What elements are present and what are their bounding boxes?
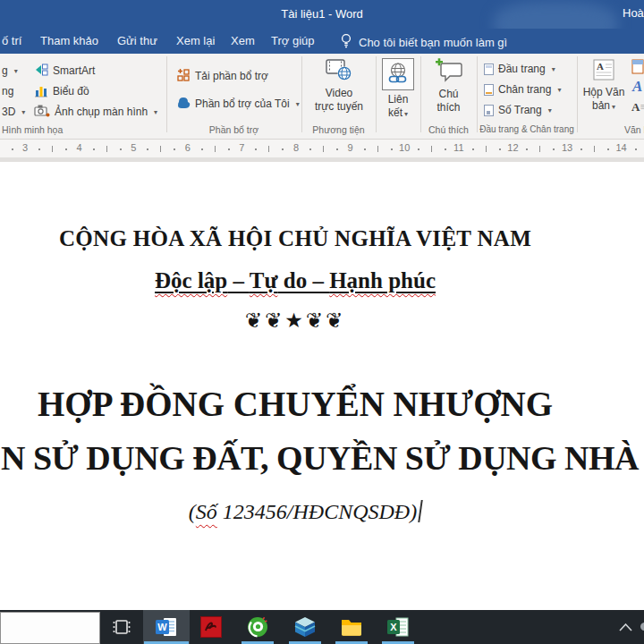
header-button[interactable]: Đầu trang▾ bbox=[484, 61, 555, 77]
title-bar: Tài liệu1 - Word Hoà bbox=[0, 0, 644, 29]
ruler-mark bbox=[120, 148, 122, 150]
account-name[interactable]: Hoà bbox=[623, 6, 644, 20]
svg-text:A: A bbox=[597, 61, 604, 72]
svg-text:W: W bbox=[157, 622, 167, 632]
group-label-text: Văn bả bbox=[624, 124, 644, 135]
show-hidden-icons-chevron[interactable] bbox=[619, 619, 632, 635]
svg-text:X: X bbox=[390, 622, 397, 632]
taskbar-coccoc-browser-icon[interactable] bbox=[236, 610, 279, 644]
ruler-mark bbox=[499, 148, 501, 150]
doc-text: – bbox=[227, 268, 250, 292]
ribbon-tab-2[interactable]: Gửi thư bbox=[117, 34, 157, 47]
ruler-mark bbox=[418, 148, 419, 150]
group-label-header-footer: Đầu trang & Chân trang bbox=[477, 124, 577, 134]
tray-icon-clipped[interactable] bbox=[640, 623, 644, 631]
comment-button[interactable]: Chú thích bbox=[420, 57, 477, 114]
lightbulb-icon bbox=[340, 33, 352, 51]
ruler-mark: 6 bbox=[185, 142, 191, 153]
quick-parts-icon[interactable] bbox=[631, 59, 644, 77]
doc-text: do – bbox=[278, 268, 330, 292]
dropdown-arrow-icon: ▾ bbox=[404, 110, 408, 118]
ruler-mark bbox=[445, 148, 446, 150]
document-page[interactable]: CỘNG HÒA XÃ HỘI CHỦ NGHĨA VIỆT NAM Độc l… bbox=[0, 162, 644, 610]
ruler-mark bbox=[52, 146, 53, 152]
doc-text: 123456/HĐCNQSDĐ) bbox=[217, 500, 417, 523]
ruler-mark: 11 bbox=[453, 142, 463, 153]
dropdown-arrow-icon: ▾ bbox=[14, 67, 18, 75]
dropdown-arrow-icon: ▾ bbox=[552, 65, 555, 73]
ruler-mark: 14 bbox=[615, 142, 626, 153]
ruler-mark bbox=[431, 146, 432, 152]
link-globe-icon bbox=[386, 62, 410, 88]
doc-ornament: ❦❦★❦❦ bbox=[0, 309, 590, 332]
page-number-icon bbox=[484, 105, 494, 116]
comment-plus-icon bbox=[435, 74, 463, 87]
text-box-button[interactable]: A Hộp Văn bản▾ bbox=[580, 58, 628, 114]
ruler-mark: 12 bbox=[507, 142, 518, 153]
ruler-mark bbox=[160, 146, 161, 152]
ruler-mark bbox=[147, 148, 148, 150]
icons-button[interactable]: ng bbox=[2, 83, 13, 99]
ruler-mark bbox=[174, 148, 175, 150]
ruler-mark bbox=[282, 148, 284, 150]
ruler-mark bbox=[364, 148, 366, 150]
tell-me-label: Cho tôi biết bạn muốn làm gì bbox=[359, 36, 507, 49]
doc-contract-number: (Số 123456/HĐCNQSDĐ) bbox=[0, 500, 590, 524]
taskbar-task-view-icon[interactable] bbox=[100, 610, 143, 644]
ruler-mark bbox=[336, 148, 338, 150]
online-video-button[interactable]: Video trực tuyến bbox=[304, 57, 374, 114]
smartart-button[interactable]: SmartArt bbox=[34, 63, 95, 79]
ruler-mark: 4 bbox=[77, 142, 82, 153]
taskbar-word-icon[interactable]: W bbox=[143, 610, 190, 644]
taskbar-red-app-icon[interactable] bbox=[190, 610, 233, 644]
my-addins-button[interactable]: Phần bổ trợ của Tôi▾ bbox=[176, 96, 300, 112]
ruler-mark: 9 bbox=[348, 142, 353, 153]
ruler-mark bbox=[377, 146, 378, 152]
text-cursor bbox=[418, 500, 423, 522]
smartart-icon bbox=[34, 63, 48, 80]
text-box-icon: A bbox=[592, 72, 615, 84]
ruler-mark bbox=[268, 146, 269, 152]
link-button[interactable] bbox=[382, 58, 414, 90]
ruler-mark bbox=[580, 148, 582, 150]
drop-cap-icon[interactable]: A≡ bbox=[631, 100, 644, 114]
group-label-illustrations: Hình minh họa bbox=[2, 124, 63, 135]
ribbon-tab-1[interactable]: Tham khảo bbox=[40, 34, 98, 47]
wordart-icon[interactable]: A bbox=[632, 78, 642, 96]
taskbar-cube-app-icon[interactable] bbox=[284, 610, 326, 644]
link-button-label[interactable]: Liên kết▾ bbox=[376, 93, 420, 121]
shapes-button[interactable]: g▾ bbox=[2, 63, 18, 79]
ruler-mark: 7 bbox=[239, 142, 244, 153]
page-number-button[interactable]: Số Trang▾ bbox=[484, 102, 552, 118]
footer-button[interactable]: Chân trang▾ bbox=[484, 81, 561, 97]
ribbon-tab-0[interactable]: ố trí bbox=[2, 34, 21, 47]
ruler-mark: 8 bbox=[293, 142, 299, 153]
3d-models-button[interactable]: 3D▾ bbox=[2, 104, 25, 120]
ribbon-tab-3[interactable]: Xem lại bbox=[176, 34, 215, 47]
screenshot-button[interactable]: Ảnh chụp màn hình▾ bbox=[34, 104, 157, 120]
taskbar-excel-icon[interactable]: X bbox=[377, 610, 419, 644]
ruler-mark bbox=[106, 146, 107, 152]
store-grid-icon bbox=[176, 68, 191, 85]
doc-contract-heading-line2: N SỬ DỤNG ĐẤT, QUYỀN SỬ DỤNG NHÀ bbox=[1, 438, 639, 478]
windows-taskbar: WX bbox=[0, 610, 644, 644]
dropdown-arrow-icon: ▾ bbox=[21, 108, 25, 116]
ruler-mark bbox=[228, 148, 230, 150]
ruler-mark: 3 bbox=[22, 142, 28, 153]
taskbar-file-explorer-icon[interactable] bbox=[330, 610, 373, 644]
ribbon-tab-4[interactable]: Xem bbox=[231, 34, 255, 47]
chart-button[interactable]: Biểu đồ bbox=[34, 83, 89, 99]
ruler-mark: 13 bbox=[562, 142, 572, 153]
taskbar-search-box[interactable] bbox=[0, 612, 100, 644]
doc-contract-heading-line1: HỢP ĐỒNG CHUYỂN NHƯỢNG bbox=[0, 384, 590, 424]
misspelled-word: Hạnh phúc bbox=[329, 268, 436, 292]
addin-blob-icon bbox=[176, 96, 191, 113]
word-window: Tài liệu1 - Word Hoà ố tríTham khảoGửi t… bbox=[0, 0, 644, 644]
ribbon-tab-row: ố tríTham khảoGửi thưXem lạiXemTrợ giúp … bbox=[0, 29, 644, 54]
ruler-mark bbox=[526, 148, 528, 150]
tell-me-box[interactable]: Cho tôi biết bạn muốn làm gì bbox=[340, 33, 507, 51]
bar-chart-icon bbox=[34, 83, 48, 100]
get-addins-button[interactable]: Tải phần bổ trợ bbox=[176, 68, 268, 84]
ribbon-tab-5[interactable]: Trợ giúp bbox=[271, 34, 315, 47]
group-label-comments: Chú thích bbox=[420, 124, 477, 135]
